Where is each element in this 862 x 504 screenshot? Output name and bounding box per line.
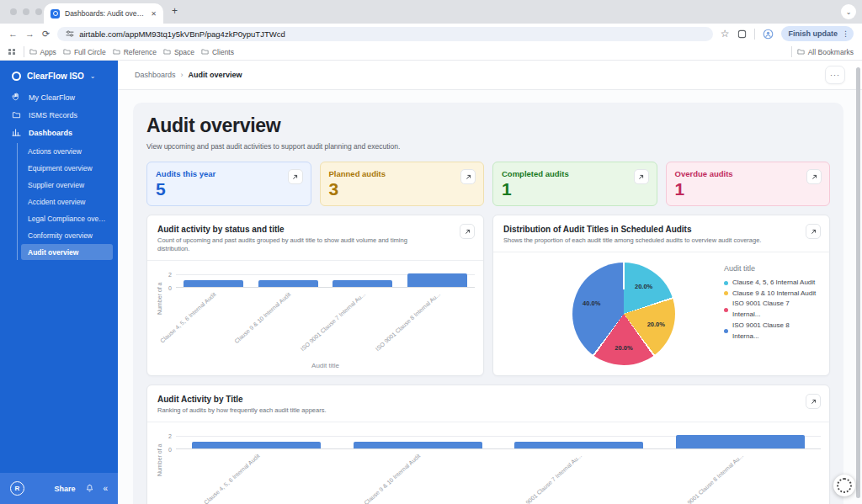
- legend-item: Clause 9 & 10 Internal Audit: [724, 289, 817, 300]
- stat-card-overdue-audits[interactable]: Overdue audits 1: [666, 162, 831, 206]
- expand-icon[interactable]: [634, 169, 649, 184]
- sidebar-subitem-accident-overview[interactable]: Accident overview: [21, 194, 113, 210]
- sidebar-item-my-clearflow[interactable]: My ClearFlow: [0, 88, 118, 106]
- x-axis-labels: Clause 4, 5, 6 Internal AuditClause 9 & …: [176, 449, 821, 504]
- bookmark-item[interactable]: Clients: [201, 48, 234, 56]
- expand-icon[interactable]: [806, 224, 821, 239]
- browser-tab[interactable]: Dashboards: Audit overview ✕: [44, 3, 163, 24]
- loading-spinner-icon: [833, 475, 855, 496]
- folder-icon: [12, 110, 21, 119]
- pie-chart: 20.0%20.0%20.0%40.0%: [572, 263, 675, 365]
- expand-icon[interactable]: [288, 169, 303, 184]
- chart-subtitle: Shows the proportion of each audit title…: [503, 236, 819, 245]
- y-axis-label: Number of a: [157, 443, 162, 476]
- pie-slice-label: 20.0%: [615, 344, 632, 352]
- profile-avatar-icon[interactable]: [763, 29, 774, 40]
- sidebar-subitem-audit-overview[interactable]: Audit overview: [21, 244, 113, 260]
- plot-area: [176, 274, 475, 288]
- y-axis-label: Number of a: [157, 282, 162, 315]
- bookmark-item[interactable]: Apps: [29, 48, 56, 56]
- y-tick: 0: [168, 284, 172, 290]
- bar-column: [176, 436, 338, 448]
- collapse-sidebar-icon[interactable]: «: [103, 484, 108, 493]
- bar-column: [326, 274, 401, 287]
- x-tick-label: Clause 9 & 10 Internal Audit: [364, 453, 422, 504]
- breadcrumb: Dashboards › Audit overview ···: [118, 61, 862, 90]
- sidebar-subitem-equipment-overview[interactable]: Equipment overview: [21, 160, 113, 176]
- folder-icon: [113, 48, 120, 56]
- expand-icon[interactable]: [460, 169, 476, 184]
- plot-area: [176, 436, 821, 449]
- bar: [192, 442, 321, 448]
- stat-card-audits-this-year[interactable]: Audits this year 5: [146, 162, 311, 206]
- finish-update-button[interactable]: Finish update ⋮: [781, 26, 854, 41]
- page-more-button[interactable]: ···: [825, 66, 845, 84]
- apps-grid-icon[interactable]: [8, 49, 15, 56]
- chevron-down-icon: ⌄: [90, 72, 96, 80]
- expand-icon[interactable]: [460, 224, 475, 239]
- x-tick-label: ISO 9001 Clause 7 Internal Au...: [516, 453, 583, 504]
- chart-card-audit-activity-by-title: Audit Activity by Title Ranking of audit…: [146, 385, 830, 504]
- expand-icon[interactable]: [806, 394, 821, 409]
- all-bookmarks-button[interactable]: All Bookmarks: [797, 48, 854, 56]
- bar-chart: Number of a 2 0 Clause 4, 5, 6 Internal …: [154, 436, 821, 504]
- new-tab-button[interactable]: +: [172, 5, 178, 17]
- page-scrollbar[interactable]: [856, 67, 860, 498]
- folder-icon: [63, 48, 71, 56]
- tab-group-icon[interactable]: [737, 29, 747, 39]
- tab-close-icon[interactable]: ✕: [151, 10, 157, 18]
- sidebar-item-dashboards[interactable]: Dashboards: [0, 124, 118, 141]
- legend-dot-icon: [724, 291, 728, 295]
- forward-icon[interactable]: →: [25, 29, 35, 39]
- url-text: airtable.com/appMM93tq1y5kVBnP/pag4zkP0y…: [79, 29, 285, 39]
- bookmark-item[interactable]: Space: [163, 48, 194, 56]
- sidebar-subitem-conformity-overview[interactable]: Conformity overview: [21, 227, 113, 243]
- y-tick: 2: [168, 432, 172, 438]
- bar-column: [338, 436, 499, 448]
- sidebar-item-isms-records[interactable]: ISMS Records: [0, 106, 118, 124]
- bar-chart-icon: [12, 128, 21, 137]
- pie-slice-label: 40.0%: [583, 300, 600, 307]
- legend-item: Clause 4, 5, 6 Internal Audit: [724, 278, 817, 289]
- breadcrumb-dashboards[interactable]: Dashboards: [135, 71, 176, 79]
- tab-title: Dashboards: Audit overview: [65, 9, 146, 18]
- sidebar-subitem-legal-compliance-overv[interactable]: Legal Compliance overv...: [21, 210, 113, 226]
- sidebar-subitem-actions-overview[interactable]: Actions overview: [21, 143, 113, 159]
- dashboard-container: Audit overview View upcoming and past au…: [133, 103, 843, 504]
- breadcrumb-current: Audit overview: [189, 71, 242, 79]
- sidebar-subitem-supplier-overview[interactable]: Supplier overview: [21, 177, 113, 193]
- legend-item: ISO 9001 Clause 7 Internal...: [724, 299, 817, 321]
- bookmark-star-icon[interactable]: ☆: [721, 29, 730, 39]
- update-menu-icon[interactable]: ⋮: [842, 29, 849, 38]
- pie-legend: Audit title Clause 4, 5, 6 Internal Audi…: [724, 263, 817, 342]
- bar: [676, 435, 805, 448]
- workspace-switcher[interactable]: ClearFlow ISO ⌄: [0, 61, 118, 88]
- share-button[interactable]: Share: [54, 485, 75, 493]
- bell-icon[interactable]: [85, 484, 94, 493]
- site-info-icon[interactable]: [66, 29, 74, 38]
- bar: [407, 273, 467, 287]
- y-tick: 2: [168, 271, 172, 277]
- folder-icon: [29, 48, 37, 56]
- legend-dot-icon: [724, 329, 728, 333]
- address-bar[interactable]: airtable.com/appMM93tq1y5kVBnP/pag4zkP0y…: [57, 27, 713, 41]
- expand-icon[interactable]: [806, 169, 822, 184]
- x-tick-label: ISO 9001 Clause 8 Internal Au...: [678, 453, 744, 504]
- chart-subtitle: Ranking of audits by how frequently each…: [157, 406, 819, 415]
- bar: [333, 280, 392, 287]
- tab-search-chevron-icon[interactable]: ⌄: [841, 4, 856, 19]
- x-tick-label: Clause 9 & 10 Internal Audit: [234, 291, 292, 344]
- back-icon[interactable]: ←: [8, 29, 18, 39]
- workspace-name: ClearFlow ISO: [27, 72, 84, 81]
- chart-subtitle: Count of upcoming and past audits groupe…: [157, 236, 473, 253]
- bookmark-item[interactable]: Reference: [113, 48, 157, 56]
- stat-card-planned-audits[interactable]: Planned audits 3: [320, 162, 485, 206]
- window-controls[interactable]: [10, 8, 42, 15]
- stat-card-completed-audits[interactable]: Completed audits 1: [492, 162, 657, 206]
- main-area: Dashboards › Audit overview ··· Audit ov…: [118, 61, 862, 504]
- pie-slice-label: 20.0%: [635, 283, 652, 290]
- workspace-logo-icon: [12, 72, 21, 81]
- bookmark-item[interactable]: Full Circle: [63, 48, 106, 56]
- user-avatar[interactable]: R: [10, 481, 24, 496]
- reload-icon[interactable]: ⟳: [42, 29, 50, 39]
